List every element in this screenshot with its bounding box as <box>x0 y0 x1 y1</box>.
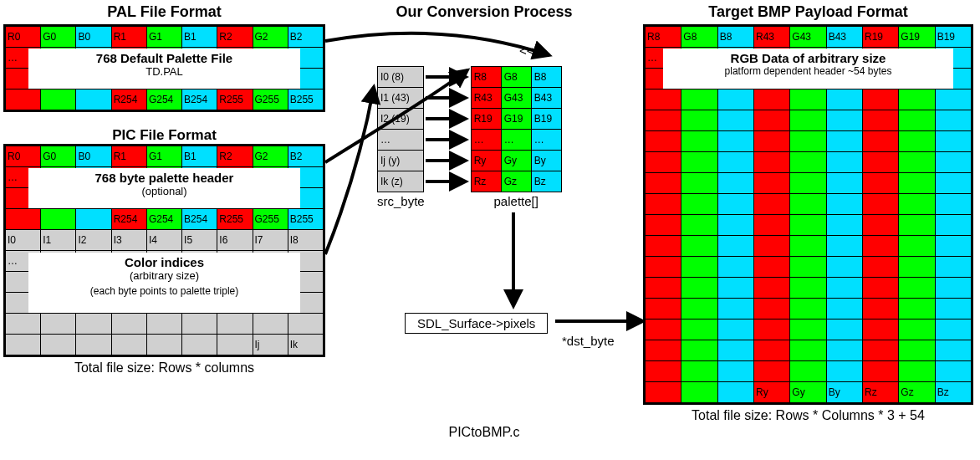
cell: I1 <box>41 230 76 251</box>
sdl-box: SDL_Surface->pixels <box>405 313 548 334</box>
lookup-table: R8G8B8 R43G43B43 R19G19B19 ……… RyGyBy Rz… <box>471 66 562 192</box>
pic-caption: Total file size: Rows * columns <box>3 360 325 376</box>
cell: B1 <box>182 146 217 167</box>
cell: G0 <box>41 146 76 167</box>
cell: Rz <box>862 382 898 403</box>
pic-idx-title: Color indices <box>28 255 300 269</box>
cell: Ik <box>288 335 323 355</box>
cell: G255 <box>253 89 288 110</box>
pic-title: PIC File Format <box>3 127 325 144</box>
cell: I1 (43) <box>378 88 424 109</box>
cell: R255 <box>217 89 253 110</box>
bmp-caption: Total file size: Rows * Columns * 3 + 54 <box>643 408 973 423</box>
cell: Ik (z) <box>378 171 424 192</box>
src-label: src_byte <box>377 194 425 208</box>
mid-caption: PICtoBMP.c <box>325 425 643 440</box>
pal-overlay-sub: TD.PAL <box>28 65 300 78</box>
cell: G254 <box>146 89 181 110</box>
cell: R1 <box>111 27 146 48</box>
cell: G254 <box>146 209 181 230</box>
cell: R2 <box>217 146 253 167</box>
cell: Ry <box>753 382 789 403</box>
conversion-tables: I0 (8) I1 (43) I2 (19) … Ij (y) Ik (z) s… <box>377 66 562 208</box>
cell: B2 <box>288 146 323 167</box>
pal-overlay-title: 768 Default Palette File <box>28 51 300 65</box>
mid-title: Our Conversion Process <box>325 3 643 21</box>
src-table: I0 (8) I1 (43) I2 (19) … Ij (y) Ik (z) <box>377 66 424 192</box>
cell: R255 <box>217 209 253 230</box>
cell: B1 <box>182 27 217 48</box>
cell: I2 (19) <box>378 109 424 130</box>
pal-grid: R0 G0 B0 R1 G1 B1 R2 G2 B2 … … <box>3 24 325 112</box>
cell: G43 <box>790 27 826 48</box>
lookup-label: palette[] <box>471 194 562 208</box>
cell: B0 <box>76 146 111 167</box>
cell: I4 <box>146 230 181 251</box>
cell: B254 <box>182 209 217 230</box>
cell: I7 <box>253 230 288 251</box>
bmp-grid: R8 G8 B8 R43 G43 B43 R19 G19 B19 … …… ……… <box>643 24 973 405</box>
cell: G255 <box>253 209 288 230</box>
pic-idx-note: (each byte points to palette triple) <box>28 285 300 297</box>
cell: R19 <box>862 27 898 48</box>
cell: I6 <box>217 230 253 251</box>
cell: I2 <box>76 230 111 251</box>
cell: Gy <box>790 382 826 403</box>
cell: G19 <box>899 27 935 48</box>
cell: R1 <box>111 146 146 167</box>
pic-grid: R0 G0 B0 R1 G1 B1 R2 G2 B2 … … <box>3 144 325 357</box>
pic-pal-sub: (optional) <box>28 185 300 197</box>
pal-title: PAL File Format <box>3 3 325 21</box>
pic-pal-title: 768 byte palette header <box>28 171 300 185</box>
cell: R0 <box>6 27 41 48</box>
cell: Ij (y) <box>378 151 424 171</box>
pic-idx-sub: (arbitrary size) <box>28 269 300 282</box>
cell: B255 <box>288 209 323 230</box>
cell: B43 <box>826 27 862 48</box>
cell: By <box>826 382 862 403</box>
cell: B254 <box>182 89 217 110</box>
cell: G1 <box>146 27 181 48</box>
cell: B0 <box>76 27 111 48</box>
cell: G8 <box>681 27 717 48</box>
cell: R254 <box>111 209 146 230</box>
bmp-title: Target BMP Payload Format <box>643 3 973 21</box>
cell: … <box>378 130 424 151</box>
cell: G1 <box>146 146 181 167</box>
cell: I3 <box>111 230 146 251</box>
cell: R43 <box>753 27 789 48</box>
cell: R254 <box>111 89 146 110</box>
cell: B2 <box>288 27 323 48</box>
cell: B19 <box>935 27 971 48</box>
cell: R8 <box>646 27 681 48</box>
shift-label: << 2 <box>519 43 544 58</box>
bmp-overlay-sub: platform dependent header ~54 bytes <box>663 65 953 77</box>
cell: R2 <box>217 27 253 48</box>
cell: G2 <box>253 146 288 167</box>
cell: I0 (8) <box>378 67 424 88</box>
cell: R0 <box>6 146 41 167</box>
cell: I8 <box>288 230 323 251</box>
cell: Gz <box>899 382 935 403</box>
cell: Ij <box>253 335 288 355</box>
cell: B255 <box>288 89 323 110</box>
cell: G0 <box>41 27 76 48</box>
bmp-overlay-title: RGB Data of arbitrary size <box>663 51 953 65</box>
dst-label: *dst_byte <box>562 334 615 348</box>
cell: I0 <box>6 230 41 251</box>
cell: Bz <box>935 382 971 403</box>
cell: G2 <box>253 27 288 48</box>
cell: B8 <box>717 27 753 48</box>
cell: I5 <box>182 230 217 251</box>
